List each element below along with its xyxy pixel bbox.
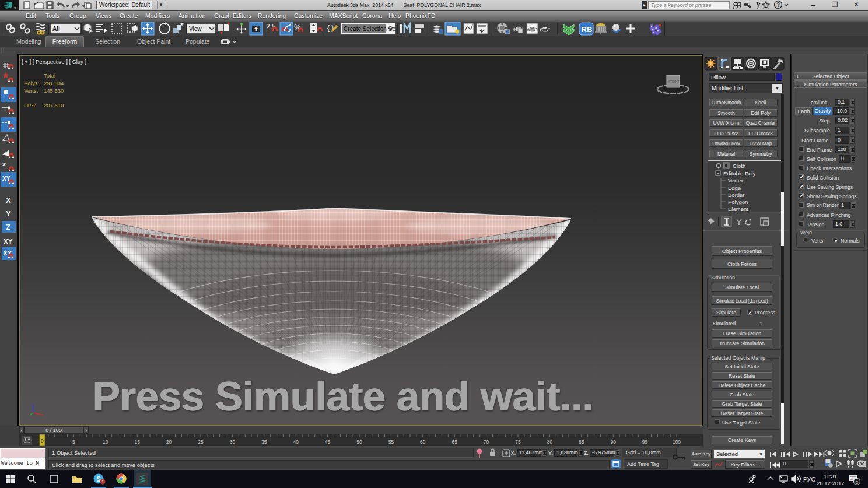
svg-text:35: 35 <box>261 439 267 445</box>
svg-text:Border: Border <box>728 192 745 198</box>
svg-text:85: 85 <box>579 439 584 445</box>
svg-text:Polygon: Polygon <box>728 199 748 205</box>
svg-text:28.12.2017: 28.12.2017 <box>817 480 845 486</box>
svg-text:Cloth: Cloth <box>733 163 746 169</box>
svg-text:Create Selection Se: Create Selection Se <box>344 26 396 32</box>
svg-text:95: 95 <box>642 439 648 445</box>
svg-text:FRONT: FRONT <box>668 80 680 83</box>
svg-text:10: 10 <box>103 439 108 445</box>
svg-text:65: 65 <box>452 439 457 445</box>
svg-text:45: 45 <box>325 439 331 445</box>
svg-text:55: 55 <box>388 439 394 445</box>
svg-text:20: 20 <box>166 439 172 445</box>
svg-text:Editable Poly: Editable Poly <box>723 170 756 177</box>
svg-text:XY: XY <box>4 238 13 245</box>
svg-text:40: 40 <box>293 439 299 445</box>
svg-text:50: 50 <box>356 439 362 445</box>
svg-text:15: 15 <box>134 439 140 445</box>
svg-text:%: % <box>294 23 301 31</box>
svg-text:Y: Y <box>6 209 11 218</box>
svg-text:90: 90 <box>610 439 616 445</box>
svg-text:1: 1 <box>102 480 104 484</box>
svg-text:100: 100 <box>673 439 681 445</box>
svg-text:Vertex: Vertex <box>728 177 744 184</box>
svg-text:All: All <box>52 26 60 32</box>
svg-text:80: 80 <box>547 439 553 445</box>
svg-text:*: * <box>2 160 6 170</box>
svg-text:75: 75 <box>515 439 521 445</box>
svg-text:2.5: 2.5 <box>266 23 276 31</box>
svg-text:?: ? <box>776 2 780 8</box>
svg-text:RB: RB <box>582 25 593 34</box>
svg-text:Element: Element <box>728 206 748 212</box>
svg-text:X: X <box>6 196 11 205</box>
svg-text:2: 2 <box>856 480 859 485</box>
svg-text:View: View <box>189 26 202 32</box>
svg-text:30: 30 <box>230 439 236 445</box>
svg-text:25: 25 <box>198 439 204 445</box>
svg-text:Edge: Edge <box>728 185 741 191</box>
svg-text:XY: XY <box>3 250 12 257</box>
svg-text:60: 60 <box>420 439 426 445</box>
svg-text:РУС: РУС <box>803 476 816 483</box>
svg-text:11:31: 11:31 <box>824 473 837 479</box>
svg-text:5: 5 <box>72 439 75 445</box>
svg-text:Z: Z <box>6 223 10 231</box>
svg-text:70: 70 <box>484 439 489 445</box>
svg-text:0: 0 <box>41 438 44 444</box>
